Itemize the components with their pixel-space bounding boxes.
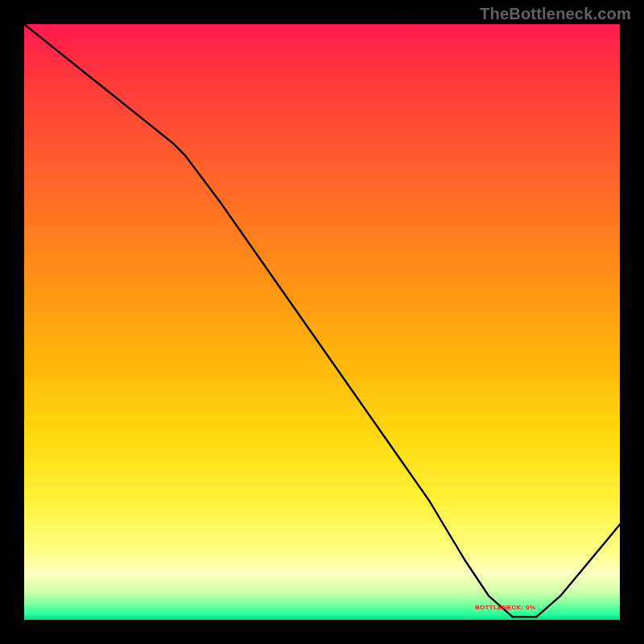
bottleneck-zero-label: BOTTLENECK: 0% (475, 604, 535, 611)
curve-svg (24, 24, 620, 620)
watermark-text: TheBottleneck.com (480, 5, 631, 23)
chart-container: TheBottleneck.com BOTTLENECK: 0% (0, 0, 644, 644)
plot-area: BOTTLENECK: 0% (24, 24, 620, 620)
bottleneck-curve (24, 24, 620, 617)
